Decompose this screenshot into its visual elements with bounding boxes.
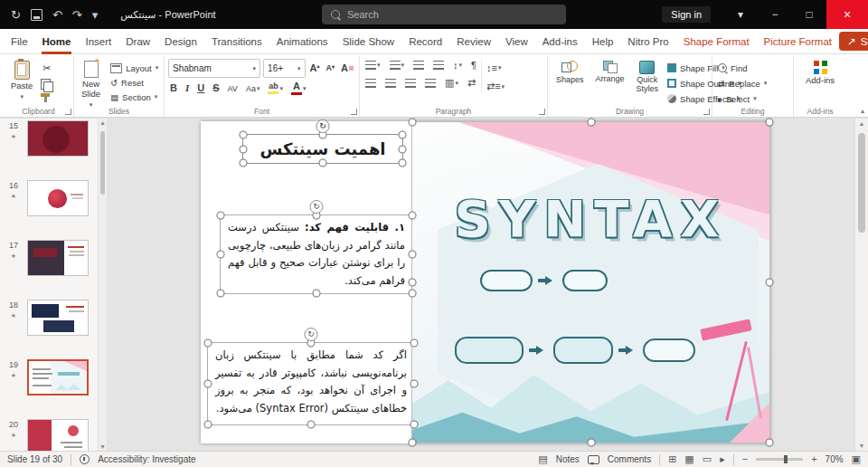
customize-quick-access-icon[interactable]: ▾ [92, 9, 99, 21]
tab-home[interactable]: Home [35, 29, 79, 54]
slide-illustration-picture[interactable]: SYNTAX [411, 121, 770, 443]
selection-handle-se[interactable] [399, 159, 407, 167]
selection-handle-nw[interactable] [204, 339, 212, 348]
slide-canvas[interactable]: اهمیت سینتکس ↻ ۱. قابلیت فهم کد: سینتکس … [107, 119, 868, 451]
tab-draw[interactable]: Draw [118, 29, 157, 54]
cut-button[interactable]: ✂ [41, 62, 52, 75]
font-size-combo[interactable]: 16+ ▾ [263, 59, 305, 78]
layout-button[interactable]: Layout ▾ [108, 62, 160, 74]
tab-review[interactable]: Review [449, 29, 498, 54]
justify-button[interactable] [423, 78, 438, 89]
tab-slide-show[interactable]: Slide Show [335, 29, 402, 54]
bullets-button[interactable]: ▾ [363, 60, 382, 71]
columns-button[interactable]: ▥▾ [443, 76, 460, 90]
italic-button[interactable]: I [184, 82, 191, 94]
collapse-ribbon-button[interactable]: ▴ [861, 107, 864, 115]
selection-handle-w[interactable] [409, 279, 417, 287]
selection-handle-sw[interactable] [240, 159, 248, 167]
scroll-down-icon[interactable]: ▼ [855, 443, 868, 449]
share-button[interactable]: ↗ Share ▾ [839, 32, 868, 51]
text-direction-button[interactable]: ⇄≡▾ [485, 80, 506, 93]
save-icon[interactable] [31, 9, 42, 21]
slide-18-thumbnail[interactable] [27, 300, 89, 336]
find-button[interactable]: Find [716, 62, 789, 74]
selection-handle-ne[interactable] [399, 131, 407, 139]
notes-button[interactable]: Notes [556, 454, 580, 464]
search-input[interactable]: Search [322, 5, 566, 24]
font-dialog-launcher[interactable] [351, 109, 357, 115]
autosave-icon[interactable]: ↻ [11, 9, 21, 21]
replace-button[interactable]: ⇄ Replace ▾ [716, 77, 789, 90]
slide-body-textbox-1[interactable]: ۱. قابلیت فهم کد: سینتکس درست مانند گرام… [220, 214, 413, 294]
add-ins-button[interactable]: Add-ins [797, 59, 843, 88]
accessibility-status[interactable]: Accessibility: Investigate [98, 454, 195, 464]
tab-view[interactable]: View [498, 29, 535, 54]
arrange-button[interactable]: Arrange [591, 59, 629, 105]
text-direction-ltr-button[interactable]: ¶ [469, 59, 478, 71]
increase-indent-button[interactable] [431, 60, 446, 71]
new-slide-button[interactable]: New Slide ▾ [78, 59, 104, 110]
selection-handle-w[interactable] [217, 251, 225, 259]
selection-handle-nw[interactable] [240, 131, 248, 139]
undo-icon[interactable]: ↶ [52, 9, 62, 21]
zoom-out-button[interactable]: − [742, 454, 748, 464]
slide-body-textbox-2[interactable]: اگر کد شما مطابق با سینتکس زبان برنامه‌ن… [207, 342, 415, 425]
maximize-button[interactable]: □ [792, 0, 826, 29]
tab-shape-format[interactable]: Shape Format [676, 29, 757, 54]
clear-formatting-button[interactable]: A [339, 62, 355, 74]
selection-handle-sw[interactable] [204, 421, 212, 429]
bold-button[interactable]: B [168, 82, 179, 94]
selection-handle-ne[interactable] [410, 339, 419, 348]
select-button[interactable]: ▸ Select ▾ [716, 92, 789, 105]
selection-handle-e[interactable] [399, 145, 407, 153]
tab-nitro-pro[interactable]: Nitro Pro [620, 29, 675, 54]
comments-button[interactable]: Comments [608, 454, 651, 464]
tab-add-ins[interactable]: Add-ins [535, 29, 585, 54]
quick-styles-button[interactable]: Quick Styles [632, 59, 664, 105]
clipboard-dialog-launcher[interactable] [65, 109, 71, 115]
zoom-slider-thumb[interactable] [784, 455, 788, 463]
selection-handle-s[interactable] [587, 439, 595, 447]
slide-number-indicator[interactable]: Slide 19 of 30 [7, 454, 62, 464]
selection-handle-n[interactable] [587, 119, 595, 127]
zoom-level[interactable]: 70% [826, 454, 844, 464]
decrease-indent-button[interactable] [411, 60, 426, 71]
ribbon-display-options-button[interactable]: ▾ [723, 0, 758, 29]
rotation-handle[interactable]: ↻ [310, 200, 324, 214]
copy-button[interactable] [41, 79, 51, 90]
tab-help[interactable]: Help [585, 29, 621, 54]
strikethrough-button[interactable]: S [211, 82, 221, 94]
selection-handle-sw[interactable] [409, 439, 417, 447]
rotation-handle[interactable]: ↻ [316, 119, 330, 133]
scroll-up-icon[interactable]: ▲ [99, 119, 107, 126]
tab-insert[interactable]: Insert [78, 29, 118, 54]
increase-font-size-button[interactable]: A▴ [308, 62, 322, 74]
selection-handle-ne[interactable] [766, 119, 774, 127]
selection-handle-e[interactable] [410, 380, 419, 388]
selection-handle-ne[interactable] [409, 212, 417, 220]
font-color-button[interactable]: A ▾ [289, 81, 308, 96]
selection-handle-e[interactable] [409, 251, 417, 259]
selection-handle-e[interactable] [766, 279, 774, 287]
slide-15-thumbnail[interactable] [27, 120, 89, 157]
scroll-down-icon[interactable]: ▼ [99, 443, 107, 450]
slide-19-thumbnail-selected[interactable] [27, 359, 89, 396]
redo-icon[interactable]: ↷ [72, 9, 82, 21]
shapes-button[interactable]: Shapes [552, 59, 589, 105]
sign-in-button[interactable]: Sign in [662, 6, 711, 23]
minimize-button[interactable]: − [758, 0, 792, 29]
scrollbar-thumb[interactable] [858, 133, 865, 233]
section-button[interactable]: ▤ Section ▾ [108, 91, 160, 103]
decrease-font-size-button[interactable]: A▾ [325, 63, 337, 73]
drawing-dialog-launcher[interactable] [703, 109, 710, 115]
character-spacing-button[interactable]: A︎V [226, 83, 240, 94]
paragraph-dialog-launcher[interactable] [539, 109, 545, 115]
slide-20-thumbnail[interactable] [27, 419, 89, 451]
selection-handle-sw[interactable] [217, 290, 225, 298]
tab-picture-format[interactable]: Picture Format [757, 29, 839, 54]
numbering-button[interactable]: ▾ [388, 60, 407, 71]
slide-16-thumbnail[interactable] [27, 180, 89, 216]
font-name-combo[interactable]: Shabnam ▾ [168, 59, 260, 78]
tab-file[interactable]: File [4, 29, 35, 54]
rotation-handle[interactable]: ↻ [305, 328, 318, 341]
